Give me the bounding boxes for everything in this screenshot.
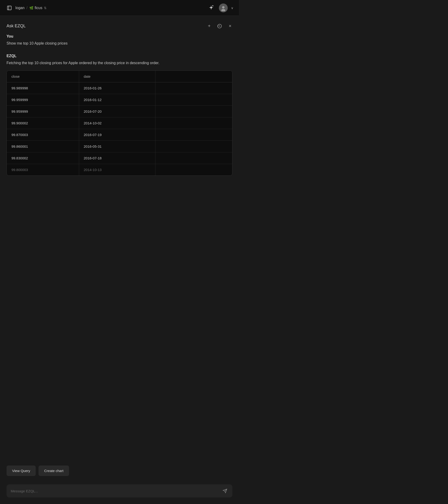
cell-extra bbox=[155, 82, 232, 94]
view-query-button[interactable]: View Query bbox=[6, 466, 36, 476]
topbar-left: logan / 🌿 ficus ⇅ bbox=[6, 4, 47, 12]
table-row: 99.989998 2016-01-26 bbox=[7, 82, 232, 94]
table-row: 99.959999 2016-01-12 bbox=[7, 94, 232, 106]
svg-point-3 bbox=[221, 9, 225, 11]
table-row: 99.860001 2016-05-31 bbox=[7, 141, 232, 152]
cell-date: 2016-07-20 bbox=[79, 106, 155, 117]
cell-close: 99.860001 bbox=[7, 141, 79, 152]
breadcrumb-project[interactable]: 🌿 ficus ⇅ bbox=[29, 6, 47, 10]
table-row-partial: 99.800003 2014-10-13 bbox=[7, 164, 232, 176]
data-table-container: close date 99.989998 2016-01-26 99.95999 bbox=[6, 71, 233, 176]
send-button[interactable] bbox=[222, 488, 228, 494]
breadcrumb-project-name: ficus bbox=[35, 6, 42, 10]
cell-close: 99.959999 bbox=[7, 106, 79, 117]
table-row: 99.870003 2016-07-19 bbox=[7, 129, 232, 141]
user-message-text: Show me top 10 Apple closing prices bbox=[6, 40, 233, 46]
table-header-row: close date bbox=[7, 71, 232, 82]
panel-title: Ask EZQL bbox=[6, 24, 26, 28]
main-content: Ask EZQL + × You Show me top 10 Apple cl… bbox=[0, 16, 239, 504]
avatar-chevron-icon[interactable]: ∨ bbox=[231, 6, 233, 10]
panel-header: Ask EZQL + × bbox=[0, 16, 239, 34]
avatar[interactable] bbox=[219, 3, 228, 12]
ezql-description-text: Fetching the top 10 closing prices for A… bbox=[6, 60, 233, 66]
chevron-updown-icon: ⇅ bbox=[44, 6, 47, 10]
cell-close: 99.989998 bbox=[7, 82, 79, 94]
user-message-block: You Show me top 10 Apple closing prices bbox=[6, 34, 233, 46]
ezql-response-block: EZQL Fetching the top 10 closing prices … bbox=[6, 54, 233, 176]
history-button[interactable] bbox=[216, 23, 223, 30]
svg-rect-0 bbox=[7, 6, 11, 10]
topbar: logan / 🌿 ficus ⇅ ∨ bbox=[0, 0, 239, 16]
topbar-right: ∨ bbox=[207, 3, 233, 12]
cell-extra bbox=[155, 164, 232, 176]
col-header-date: date bbox=[79, 71, 155, 82]
ai-sparkle-button[interactable] bbox=[207, 3, 215, 12]
cell-extra bbox=[155, 141, 232, 152]
cell-extra bbox=[155, 152, 232, 164]
close-panel-button[interactable]: × bbox=[228, 22, 233, 30]
message-input-wrapper bbox=[6, 485, 233, 498]
ezql-sender-label: EZQL bbox=[6, 54, 233, 58]
cell-date: 2016-05-31 bbox=[79, 141, 155, 152]
cell-date: 2016-01-26 bbox=[79, 82, 155, 94]
cell-extra bbox=[155, 94, 232, 106]
cell-close: 99.870003 bbox=[7, 129, 79, 141]
cell-date: 2016-07-18 bbox=[79, 152, 155, 164]
cell-extra bbox=[155, 129, 232, 141]
sidebar-toggle-button[interactable] bbox=[6, 4, 13, 12]
col-header-empty bbox=[155, 71, 232, 82]
breadcrumb-user: logan bbox=[15, 6, 24, 10]
cell-close: 99.959999 bbox=[7, 94, 79, 106]
svg-point-2 bbox=[222, 6, 225, 9]
breadcrumb: logan / 🌿 ficus ⇅ bbox=[15, 6, 47, 10]
ficus-icon: 🌿 bbox=[29, 6, 33, 10]
table-row: 99.900002 2014-10-02 bbox=[7, 117, 232, 129]
cell-close: 99.800003 bbox=[7, 164, 79, 176]
message-input[interactable] bbox=[11, 489, 219, 493]
create-chart-button[interactable]: Create chart bbox=[38, 466, 69, 476]
chat-area: You Show me top 10 Apple closing prices … bbox=[0, 34, 239, 461]
bottom-actions: View Query Create chart bbox=[0, 461, 239, 481]
cell-extra bbox=[155, 106, 232, 117]
cell-date: 2014-10-02 bbox=[79, 117, 155, 129]
add-conversation-button[interactable]: + bbox=[207, 22, 212, 30]
breadcrumb-separator: / bbox=[26, 6, 27, 10]
table-row: 99.959999 2016-07-20 bbox=[7, 106, 232, 117]
message-input-area bbox=[0, 481, 239, 504]
panel-actions: + × bbox=[207, 22, 233, 30]
col-header-close: close bbox=[7, 71, 79, 82]
table-row: 99.830002 2016-07-18 bbox=[7, 152, 232, 164]
results-table: close date 99.989998 2016-01-26 99.95999 bbox=[7, 71, 232, 176]
cell-close: 99.830002 bbox=[7, 152, 79, 164]
cell-extra bbox=[155, 117, 232, 129]
user-sender-label: You bbox=[6, 34, 233, 38]
cell-date: 2016-01-12 bbox=[79, 94, 155, 106]
cell-date: 2014-10-13 bbox=[79, 164, 155, 176]
cell-close: 99.900002 bbox=[7, 117, 79, 129]
cell-date: 2016-07-19 bbox=[79, 129, 155, 141]
